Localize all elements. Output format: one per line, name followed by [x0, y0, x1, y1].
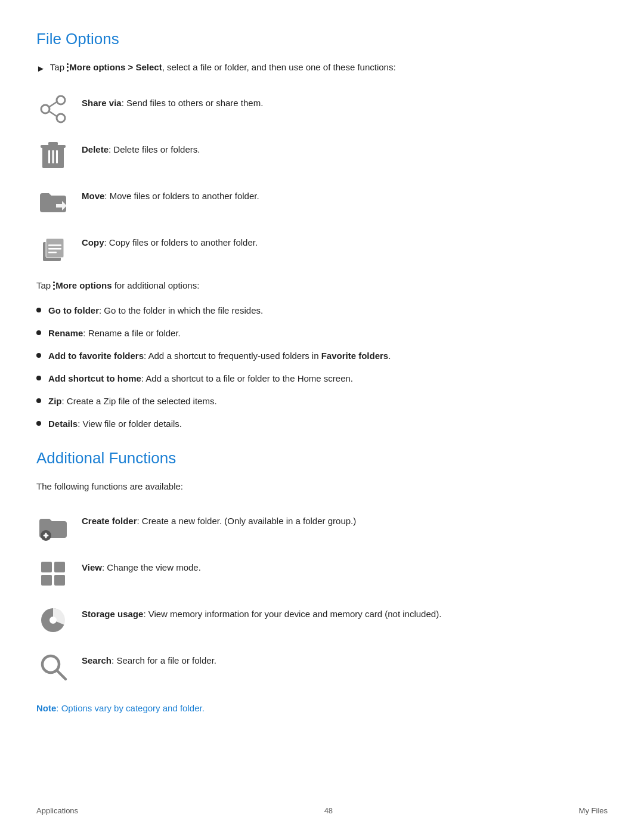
copy-description: Copy: Copy files or folders to another f…	[82, 232, 258, 250]
note-line: Note: Options vary by category and folde…	[36, 701, 500, 716]
copy-icon	[36, 232, 70, 265]
delete-description: Delete: Delete files or folders.	[82, 139, 200, 157]
more-options-select-label: More options > Select	[69, 62, 162, 72]
bullet-dot	[36, 376, 41, 380]
bullet-text: Zip: Create a Zip file of the selected i…	[48, 394, 217, 408]
bullet-add-favorite: Add to favorite folders: Add a shortcut …	[36, 349, 500, 363]
share-via-description: Share via: Send files to others or share…	[82, 92, 263, 110]
bullet-text: Rename: Rename a file or folder.	[48, 326, 181, 340]
svg-point-25	[49, 617, 57, 624]
bullet-add-shortcut: Add shortcut to home: Add a shortcut to …	[36, 371, 500, 386]
share-via-icon	[36, 92, 70, 126]
create-folder-description: Create folder: Create a new folder. (Onl…	[82, 510, 356, 528]
svg-rect-20	[41, 562, 52, 572]
bullet-zip: Zip: Create a Zip file of the selected i…	[36, 394, 500, 408]
tap-more-line: Tap More options for additional options:	[36, 278, 500, 293]
delete-row: Delete: Delete files or folders.	[36, 139, 500, 172]
page-footer: Applications 48 My Files	[0, 806, 644, 815]
bullet-text: Details: View file or folder details.	[48, 417, 182, 431]
bullet-dot	[36, 330, 41, 335]
svg-rect-16	[48, 252, 57, 253]
svg-line-27	[57, 670, 66, 679]
page-title: File Options	[36, 30, 500, 48]
move-row: Move: Move files or folders to another f…	[36, 185, 500, 219]
following-text: The following functions are available:	[36, 479, 500, 494]
additional-functions-title: Additional Functions	[36, 449, 500, 467]
svg-line-4	[49, 112, 57, 116]
additional-functions-section: Additional Functions The following funct…	[36, 449, 500, 716]
bullet-rename: Rename: Rename a file or folder.	[36, 326, 500, 340]
copy-row: Copy: Copy files or folders to another f…	[36, 232, 500, 265]
footer-right: My Files	[579, 806, 608, 815]
menu-dots-icon	[67, 63, 69, 72]
search-row: Search: Search for a file or folder.	[36, 650, 500, 683]
view-row: View: Change the view mode.	[36, 557, 500, 590]
move-description: Move: Move files or folders to another f…	[82, 185, 259, 203]
storage-usage-row: Storage usage: View memory information f…	[36, 603, 500, 637]
bullet-dot	[36, 308, 41, 312]
svg-point-2	[57, 114, 65, 122]
svg-rect-10	[56, 150, 58, 163]
svg-rect-15	[48, 248, 61, 250]
svg-line-3	[49, 102, 57, 107]
bullet-text: Go to folder: Go to the folder in which …	[48, 304, 263, 318]
move-icon	[36, 185, 70, 219]
svg-rect-14	[48, 244, 61, 246]
storage-usage-icon	[36, 603, 70, 637]
create-folder-icon	[36, 510, 70, 544]
svg-rect-9	[52, 150, 54, 163]
svg-rect-23	[54, 575, 65, 586]
svg-point-0	[57, 96, 65, 104]
bullet-details: Details: View file or folder details.	[36, 417, 500, 431]
bullet-text: Add to favorite folders: Add a shortcut …	[48, 349, 391, 363]
svg-rect-8	[48, 150, 50, 163]
note-text: : Options vary by category and folder.	[56, 703, 204, 713]
svg-rect-22	[41, 575, 52, 586]
intro-paragraph: ► Tap More options > Select, select a fi…	[36, 60, 500, 76]
svg-point-1	[41, 105, 49, 113]
svg-rect-19	[45, 533, 47, 538]
search-description: Search: Search for a file or folder.	[82, 650, 216, 668]
footer-center: 48	[324, 806, 333, 815]
share-via-row: Share via: Send files to others or share…	[36, 92, 500, 126]
more-options-label: More options	[55, 280, 112, 290]
bullet-text: Add shortcut to home: Add a shortcut to …	[48, 371, 353, 386]
bullet-dot	[36, 421, 41, 426]
bullet-dot	[36, 353, 41, 358]
view-icon	[36, 557, 70, 590]
menu-dots-icon-2	[53, 281, 55, 290]
storage-usage-description: Storage usage: View memory information f…	[82, 603, 441, 621]
svg-rect-7	[48, 142, 58, 145]
create-folder-row: Create folder: Create a new folder. (Onl…	[36, 510, 500, 544]
options-bullet-list: Go to folder: Go to the folder in which …	[36, 304, 500, 431]
search-icon	[36, 650, 70, 683]
footer-left: Applications	[36, 806, 78, 815]
delete-icon	[36, 139, 70, 172]
bullet-dot	[36, 398, 41, 403]
note-label: Note	[36, 703, 56, 713]
arrow-marker: ►	[36, 61, 45, 76]
view-description: View: Change the view mode.	[82, 557, 201, 575]
bullet-go-to-folder: Go to folder: Go to the folder in which …	[36, 304, 500, 318]
svg-rect-21	[54, 562, 65, 572]
intro-text: Tap More options > Select, select a file…	[50, 60, 396, 75]
